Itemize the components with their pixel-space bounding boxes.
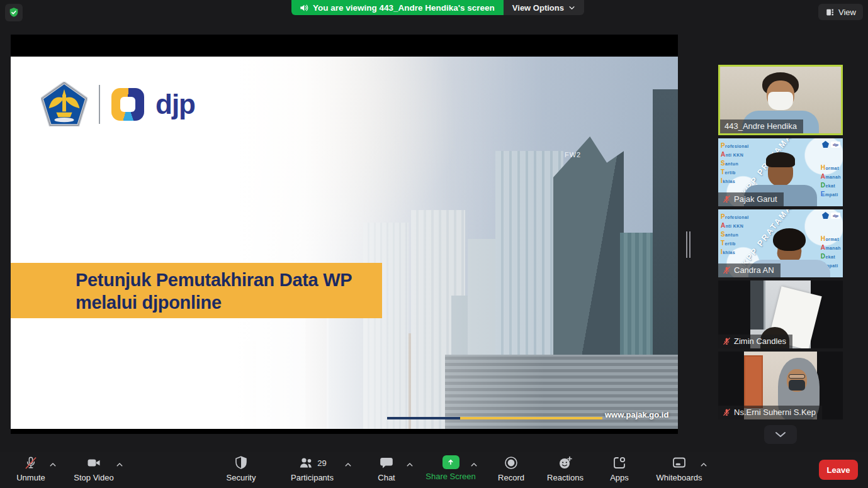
kemenkeu-mini-logo	[822, 212, 829, 219]
whiteboards-options-chevron[interactable]	[699, 460, 709, 469]
viewing-banner-label: You are viewing 443_Andre Hendika's scre…	[313, 3, 495, 13]
slide-title-line1: Petunjuk Pemutakhiran Data WP	[76, 269, 382, 291]
participant-name: Ns.Erni Suherni S.Kep	[734, 408, 816, 417]
mic-options-chevron[interactable]	[48, 460, 58, 469]
view-button-label: View	[838, 8, 856, 17]
viewing-banner: You are viewing 443_Andre Hendika's scre…	[291, 0, 584, 15]
participants-label: Participants	[291, 473, 334, 482]
reactions-label: Reactions	[547, 473, 583, 482]
video-camera-icon	[86, 455, 101, 470]
participant-name: Candra AN	[734, 265, 774, 275]
view-options-label: View Options	[512, 3, 564, 13]
djp-logo-icon	[111, 88, 144, 121]
logo-divider	[99, 85, 100, 124]
participant-nameplate: Ns.Erni Suherni S.Kep	[718, 406, 822, 419]
chat-options-chevron[interactable]	[405, 460, 415, 469]
viewing-banner-text-area: You are viewing 443_Andre Hendika's scre…	[291, 0, 504, 15]
record-button[interactable]: Record	[481, 455, 541, 482]
video-tile-pajak-garut[interactable]: KPP PRATAMA Profesional Anti KKN Santun …	[718, 138, 843, 206]
slide-logos: djp	[41, 82, 195, 126]
shared-screen-region: FW2 djp Petunjuk Pemutakhiran Data WP me…	[11, 35, 678, 434]
video-tile-zimin-candles[interactable]: Zimin Candles	[718, 280, 843, 348]
share-options-chevron[interactable]	[469, 460, 479, 469]
shield-check-icon	[8, 7, 20, 18]
meeting-toolbar: Unmute Stop Video Security 29 P	[0, 452, 868, 488]
reactions-button[interactable]: Reactions	[535, 455, 595, 482]
security-shield-button[interactable]	[5, 4, 23, 21]
participants-panel: 443_Andre Hendika KPP PRATAMA Profesiona…	[718, 65, 843, 444]
unmute-label: Unmute	[16, 473, 45, 482]
view-options-button[interactable]: View Options	[504, 0, 584, 15]
muted-mic-icon	[723, 266, 731, 274]
kpp-mini-logos: djp	[822, 212, 840, 219]
view-layout-icon	[825, 8, 835, 17]
security-button[interactable]: Security	[211, 455, 271, 482]
security-label: Security	[227, 473, 256, 482]
kpp-values-right: Hormat Amanah Dekat Empati	[821, 164, 841, 199]
reactions-smiley-icon	[558, 455, 573, 470]
slide-website-text: www.pajak.go.id	[605, 410, 668, 419]
slide-accent-bar-navy	[387, 417, 460, 419]
participants-options-chevron[interactable]	[343, 460, 353, 469]
video-tile-erni-suherni[interactable]: Ns.Erni Suherni S.Kep	[718, 352, 843, 419]
security-shield-icon	[234, 455, 249, 470]
participant-name: Zimin Candles	[734, 336, 786, 346]
kemenkeu-mini-logo	[822, 141, 829, 148]
panel-resize-handle[interactable]	[686, 231, 692, 258]
record-label: Record	[498, 473, 524, 482]
muted-mic-icon	[723, 337, 731, 345]
participants-button[interactable]: 29 Participants	[282, 455, 342, 482]
muted-mic-icon	[723, 408, 731, 416]
video-tile-andre-hendika[interactable]: 443_Andre Hendika	[718, 65, 843, 135]
share-screen-label: Share Screen	[426, 472, 476, 481]
djp-mini-logo: djp	[831, 213, 840, 219]
video-tile-candra-an[interactable]: KPP PRATAMA Profesional Anti KKN Santun …	[718, 209, 843, 277]
participant-name: 443_Andre Hendika	[724, 121, 797, 131]
more-participants-button[interactable]	[764, 425, 797, 444]
presentation-slide: FW2 djp Petunjuk Pemutakhiran Data WP me…	[11, 57, 678, 429]
chat-label: Chat	[378, 473, 395, 482]
kpp-values-left: Profesional Anti KKN Santun Tertib Ikhla…	[721, 213, 749, 257]
apps-label: Apps	[610, 473, 629, 482]
participants-count: 29	[317, 458, 326, 468]
view-button[interactable]: View	[818, 4, 863, 20]
participant-name: Pajak Garut	[734, 194, 777, 204]
muted-mic-icon	[723, 195, 731, 203]
whiteboards-label: Whiteboards	[657, 473, 702, 482]
leave-button[interactable]: Leave	[819, 460, 858, 480]
apps-icon	[612, 455, 627, 470]
chevron-down-icon	[568, 4, 575, 11]
slide-title-line2: melalui djponline	[76, 291, 382, 314]
kemenkeu-logo	[41, 82, 87, 126]
stop-video-label: Stop Video	[74, 473, 113, 482]
participant-nameplate: Pajak Garut	[718, 192, 784, 206]
slide-title-banner: Petunjuk Pemutakhiran Data WP melalui dj…	[11, 263, 382, 318]
record-icon	[504, 455, 519, 470]
djp-logo-text: djp	[155, 88, 195, 121]
share-screen-icon	[442, 455, 459, 469]
participant-nameplate: 443_Andre Hendika	[720, 119, 803, 133]
video-options-chevron[interactable]	[115, 460, 125, 469]
chevron-down-icon	[774, 430, 787, 439]
chat-bubble-icon	[379, 455, 394, 470]
slide-accent-bar-yellow	[460, 417, 602, 419]
participant-nameplate: Candra AN	[718, 263, 781, 277]
djp-mini-logo: djp	[831, 141, 840, 148]
participants-icon	[298, 455, 314, 470]
apps-button[interactable]: Apps	[589, 455, 650, 482]
kpp-values-left: Profesional Anti KKN Santun Tertib Ikhla…	[721, 141, 749, 186]
participant-nameplate: Zimin Candles	[718, 335, 792, 348]
whiteboards-icon	[672, 455, 687, 470]
kpp-mini-logos: djp	[822, 141, 840, 148]
speaker-icon	[299, 3, 308, 13]
muted-mic-icon	[23, 455, 38, 470]
